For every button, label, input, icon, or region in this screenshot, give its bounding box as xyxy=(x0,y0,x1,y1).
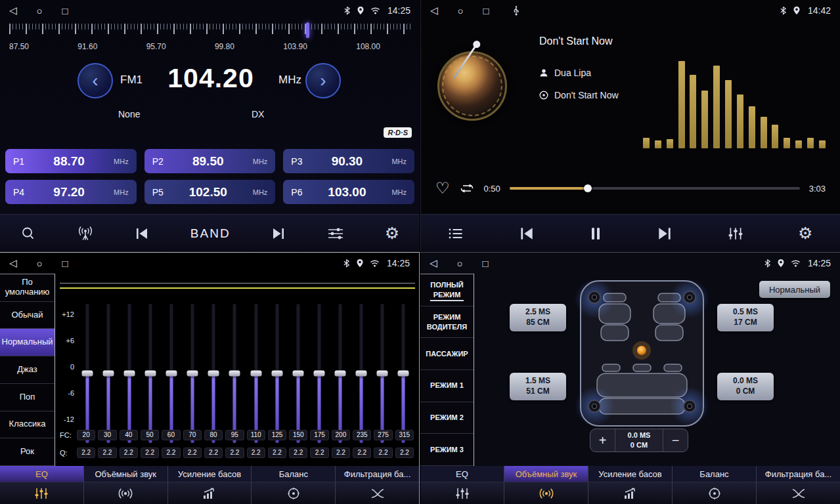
mode-driver[interactable]: РЕЖИМ ВОДИТЕЛЯ xyxy=(420,306,474,339)
tab-filter-button[interactable] xyxy=(336,482,419,504)
back-icon[interactable]: ◁ xyxy=(430,5,438,16)
recents-icon[interactable]: □ xyxy=(62,258,68,269)
eq-band-slider[interactable] xyxy=(161,304,182,443)
mode-2[interactable]: РЕЖИМ 2 xyxy=(420,402,474,434)
eq-band-slider[interactable] xyxy=(393,304,414,443)
eq-preset-default[interactable]: По умолчанию xyxy=(0,274,55,302)
slider-handle[interactable] xyxy=(166,371,177,377)
progress-knob[interactable] xyxy=(584,184,592,192)
eq-band-slider[interactable] xyxy=(119,304,140,443)
preset-button-p2[interactable]: P2 89.50 MHz xyxy=(144,149,276,173)
slider-handle[interactable] xyxy=(82,371,93,377)
tab-eq-button[interactable] xyxy=(0,482,84,504)
settings-button[interactable]: ⚙ xyxy=(385,225,399,242)
eq-band-slider[interactable] xyxy=(98,304,119,443)
recents-icon[interactable]: □ xyxy=(483,5,489,16)
next-track-button[interactable] xyxy=(656,227,673,240)
previous-track-button[interactable] xyxy=(518,227,535,240)
recents-icon[interactable]: □ xyxy=(483,258,489,269)
tab-bass-boost[interactable]: Усиление басов xyxy=(588,466,673,482)
stage-preset-button[interactable]: Нормальный xyxy=(759,281,830,298)
slider-handle[interactable] xyxy=(397,371,409,377)
tab-surround[interactable]: Объёмный звук xyxy=(504,466,588,482)
eq-preset-pop[interactable]: Поп xyxy=(0,384,55,411)
delay-front-left-button[interactable]: 2.5 MS 85 CM xyxy=(510,304,566,331)
slider-handle[interactable] xyxy=(124,371,135,377)
eq-preset-jazz[interactable]: Джаз xyxy=(0,356,55,384)
back-icon[interactable]: ◁ xyxy=(9,257,17,269)
eq-band-slider[interactable] xyxy=(77,304,98,443)
next-station-button[interactable] xyxy=(271,228,286,240)
eq-band-slider[interactable] xyxy=(267,304,288,443)
tab-surround-button[interactable] xyxy=(84,482,168,504)
eq-band-slider[interactable] xyxy=(182,304,203,443)
playlist-button[interactable] xyxy=(448,227,464,240)
eq-band-slider[interactable] xyxy=(351,304,372,443)
eq-band-slider[interactable] xyxy=(288,304,309,443)
pause-button[interactable] xyxy=(590,226,602,241)
tune-down-button[interactable]: ‹ xyxy=(77,63,113,98)
delay-rear-left-button[interactable]: 1.5 MS 51 CM xyxy=(510,373,566,400)
slider-handle[interactable] xyxy=(271,371,282,377)
delay-front-right-button[interactable]: 0.5 MS 17 CM xyxy=(717,304,774,331)
eq-preset-normal[interactable]: Нормальный xyxy=(0,329,55,356)
eq-band-slider[interactable] xyxy=(330,304,351,443)
tab-bass-boost-button[interactable] xyxy=(588,482,673,504)
slider-handle[interactable] xyxy=(334,371,345,377)
home-icon[interactable]: ○ xyxy=(457,258,463,269)
tab-surround-button[interactable] xyxy=(504,482,588,504)
slider-handle[interactable] xyxy=(355,371,366,377)
scan-button[interactable] xyxy=(20,226,36,242)
tab-bass-boost[interactable]: Усиление басов xyxy=(168,466,252,482)
eq-band-slider[interactable] xyxy=(246,304,267,443)
delay-rear-right-button[interactable]: 0.0 MS 0 CM xyxy=(717,373,774,400)
mode-3[interactable]: РЕЖИМ 3 xyxy=(420,434,474,466)
mode-full[interactable]: ПОЛНЫЙ РЕЖИМ xyxy=(420,274,474,306)
home-icon[interactable]: ○ xyxy=(458,5,464,16)
band-button[interactable]: BAND xyxy=(190,226,231,241)
back-icon[interactable]: ◁ xyxy=(430,257,437,269)
preset-button-p4[interactable]: P4 97.20 MHz xyxy=(5,180,137,204)
preset-button-p1[interactable]: P1 88.70 MHz xyxy=(5,149,137,173)
eq-preset-rock[interactable]: Рок xyxy=(0,438,55,466)
tab-surround[interactable]: Объёмный звук xyxy=(84,466,168,482)
previous-station-button[interactable] xyxy=(134,228,150,240)
eq-band-slider[interactable] xyxy=(203,304,224,443)
slider-handle[interactable] xyxy=(229,371,240,377)
slider-handle[interactable] xyxy=(187,371,198,377)
slider-handle[interactable] xyxy=(376,371,387,377)
slider-handle[interactable] xyxy=(250,371,261,377)
eq-band-slider[interactable] xyxy=(372,304,393,443)
tab-eq[interactable]: EQ xyxy=(0,466,84,482)
frequency-ruler[interactable] xyxy=(9,22,410,41)
home-icon[interactable]: ○ xyxy=(37,5,43,16)
mode-passenger[interactable]: ПАССАЖИР xyxy=(420,338,474,370)
increase-delay-button[interactable]: + xyxy=(590,429,615,452)
slider-handle[interactable] xyxy=(208,371,219,377)
slider-handle[interactable] xyxy=(292,371,303,377)
tab-balance-button[interactable] xyxy=(673,482,757,504)
tab-filter[interactable]: Фильтрация ба... xyxy=(336,466,419,482)
eq-band-slider[interactable] xyxy=(140,304,161,443)
eq-band-slider[interactable] xyxy=(309,304,330,443)
home-icon[interactable]: ○ xyxy=(37,258,43,269)
repeat-button[interactable] xyxy=(459,182,475,194)
tab-balance[interactable]: Баланс xyxy=(252,466,336,482)
eq-preset-custom[interactable]: Обычай xyxy=(0,302,55,329)
preset-button-p6[interactable]: P6 103.00 MHz xyxy=(283,180,414,204)
decrease-delay-button[interactable]: − xyxy=(663,429,688,452)
frequency-pointer[interactable] xyxy=(306,22,309,38)
broadcast-button[interactable] xyxy=(77,226,94,242)
slider-handle[interactable] xyxy=(313,371,324,377)
progress-bar[interactable] xyxy=(510,187,800,190)
eq-preset-classic[interactable]: Классика xyxy=(0,411,55,439)
preset-button-p3[interactable]: P3 90.30 MHz xyxy=(283,149,414,173)
favorite-button[interactable]: ♡ xyxy=(435,180,450,196)
tab-filter[interactable]: Фильтрация ба... xyxy=(757,466,840,482)
recents-icon[interactable]: □ xyxy=(62,5,68,16)
tuner-settings-button[interactable] xyxy=(327,227,344,240)
tab-eq-button[interactable] xyxy=(420,482,504,504)
back-icon[interactable]: ◁ xyxy=(9,5,17,16)
tab-filter-button[interactable] xyxy=(757,482,840,504)
slider-handle[interactable] xyxy=(145,371,156,377)
